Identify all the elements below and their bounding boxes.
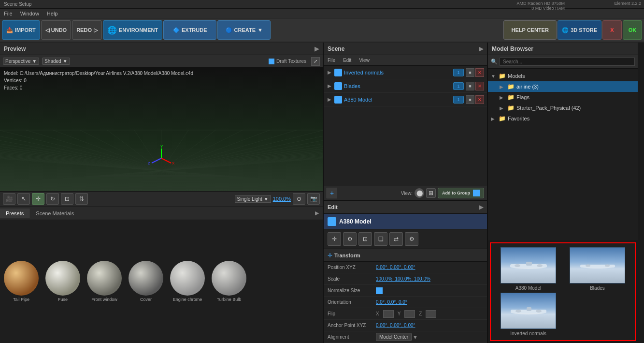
normalize-checkbox[interactable]	[376, 287, 383, 294]
flip-y-button[interactable]	[404, 310, 415, 318]
scene-item-inverted-normals[interactable]: ▶ Inverted normals 1 ■ ✕	[324, 66, 487, 79]
scene-expand-icon[interactable]: ▶	[479, 45, 483, 52]
snapshot-button[interactable]: 📷	[307, 193, 320, 205]
shaded-select[interactable]: Shaded ▼	[42, 58, 70, 65]
scene-menu-view[interactable]: View	[359, 58, 370, 63]
scene-menu-edit[interactable]: Edit	[343, 58, 351, 63]
mirror-edit-icon[interactable]: ⇄	[389, 232, 403, 246]
scale-edit-icon[interactable]: ⊡	[358, 232, 372, 246]
tree-item-models[interactable]: ▼ 📁 Models	[488, 71, 638, 81]
select-button[interactable]: ↖	[17, 193, 30, 205]
3d-store-button[interactable]: 🌐 3D STORE	[558, 20, 601, 40]
light-mode-select[interactable]: Single Light ▼	[235, 195, 271, 203]
material-front-window[interactable]: Front window	[87, 261, 122, 302]
perspective-select[interactable]: Perspective ▼	[3, 58, 39, 65]
settings-edit-icon[interactable]: ⚙	[405, 232, 418, 246]
alignment-select[interactable]: Model Center	[376, 333, 412, 341]
transform-label: Transform	[334, 253, 360, 258]
tree-item-flags[interactable]: ▶ 📁 Flags	[488, 92, 638, 103]
visibility-a380[interactable]: ■	[466, 95, 474, 104]
ok-button[interactable]: OK	[623, 20, 642, 40]
materials-expand-icon[interactable]: ▶	[315, 210, 319, 216]
tree-item-airline[interactable]: ▶ 📁 airline (3)	[488, 81, 638, 92]
material-cover[interactable]: Cover	[129, 261, 163, 302]
anchor-value[interactable]: 0.00°, 0.00°, 0.00°	[376, 323, 415, 328]
zoom-level[interactable]: 100.0%	[273, 196, 291, 202]
expand-blades[interactable]: ▶	[327, 83, 332, 89]
material-turbine-bulb[interactable]: Turbine Bulb	[212, 261, 246, 302]
move-button[interactable]: ✛	[32, 193, 44, 205]
move-edit-icon[interactable]: ✛	[328, 232, 341, 246]
flags-folder-icon: 📁	[507, 94, 515, 101]
shaded-dropdown-icon: ▼	[63, 59, 68, 64]
flip-z-button[interactable]	[426, 310, 436, 318]
alignment-label: Alignment	[328, 334, 376, 340]
rotate-button[interactable]: ↻	[46, 193, 59, 205]
viewport-expand-icon[interactable]: ⤢	[311, 57, 320, 66]
material-tail-pipe[interactable]: Tail Pipe	[4, 261, 39, 302]
menu-help[interactable]: Help	[47, 11, 58, 16]
scene-menu: File Edit View	[324, 55, 487, 66]
transform-button[interactable]: ⇅	[75, 193, 88, 205]
delete-inverted-normals[interactable]: ✕	[475, 68, 484, 77]
viewport-3d[interactable]: Model: C:/Users/Администратор/Desktop/Yo…	[0, 68, 323, 191]
viewport-toolbar: Perspective ▼ Shaded ▼ Draft Textures ⤢	[0, 55, 323, 68]
add-to-group-button[interactable]: Add to Group	[438, 188, 484, 198]
close-button[interactable]: X	[602, 20, 622, 40]
delete-a380[interactable]: ✕	[475, 95, 484, 104]
menu-file[interactable]: File	[4, 11, 13, 16]
tree-item-starter-pack[interactable]: ▶ 📁 Starter_Pack_Physical (42)	[488, 103, 638, 113]
visibility-inverted-normals[interactable]: ■	[466, 68, 474, 77]
svg-point-14	[586, 264, 590, 267]
extrude-button[interactable]: 🔷 EXTRUDE	[163, 20, 216, 40]
undo-button[interactable]: ◁ UNDO	[41, 20, 71, 40]
duplicate-edit-icon[interactable]: ❏	[374, 232, 387, 246]
flip-x-button[interactable]	[383, 310, 394, 318]
redo-button[interactable]: REDO ▷	[72, 20, 102, 40]
edit-expand-icon[interactable]: ▶	[479, 204, 483, 210]
expand-inverted-normals[interactable]: ▶	[327, 70, 332, 75]
fit-view-button[interactable]: ⊙	[293, 193, 305, 205]
menu-window[interactable]: Window	[20, 11, 39, 16]
title-bar: Scene Setup AMD Radeon HD 8750M 0 MB Vid…	[0, 0, 644, 9]
thumb-blades[interactable]: Blades	[564, 247, 631, 291]
blades-svg	[576, 256, 619, 275]
orientation-value[interactable]: 0.0°, 0.0°, 0.0°	[376, 299, 407, 305]
scene-menu-file[interactable]: File	[328, 58, 335, 63]
scene-item-a380[interactable]: ▶ A380 Model 1 ■ ✕	[324, 93, 487, 106]
scale-value[interactable]: 100.0%, 100.0%, 100.0%	[376, 276, 430, 282]
material-engine-chrome[interactable]: Engine chrome	[170, 261, 205, 302]
thumb-inverted-normals[interactable]: Inverted normals	[495, 293, 562, 336]
draft-textures-toggle[interactable]: Draft Textures	[269, 59, 306, 64]
scene-item-blades[interactable]: ▶ Blades 1 ■ ✕	[324, 79, 487, 93]
engine-chrome-sphere	[170, 261, 205, 296]
add-scene-item-button[interactable]: +	[327, 188, 337, 198]
tab-presets[interactable]: Presets	[0, 209, 30, 218]
gpu-name: AMD Radeon HD 8750M	[516, 1, 565, 6]
environment-button[interactable]: 🌐 ENVIRONMENT	[103, 20, 162, 40]
visibility-blades[interactable]: ■	[466, 82, 474, 90]
camera-button[interactable]: 🎥	[3, 193, 15, 205]
create-button[interactable]: 🔵 CREATE ▼	[217, 20, 271, 40]
expand-a380[interactable]: ▶	[327, 97, 332, 103]
flip-y-label: Y	[398, 311, 401, 316]
rotate-edit-icon[interactable]: ⚙	[343, 232, 357, 246]
scale-button[interactable]: ⊡	[61, 193, 73, 205]
scene-name-a380: A380 Model	[344, 97, 451, 103]
import-button[interactable]: 📥 IMPORT	[2, 20, 40, 40]
view-grid-icon[interactable]: ⊞	[426, 188, 436, 198]
position-value[interactable]: 0.00°, 0.00°, 0.00°	[376, 265, 415, 270]
gpu-info: AMD Radeon HD 8750M 0 MB Video RAM	[515, 0, 567, 12]
help-center-button[interactable]: HELP CENTER	[503, 20, 557, 40]
airline-label: airline (3)	[516, 84, 539, 89]
delete-blades[interactable]: ✕	[475, 82, 484, 90]
tree-item-favorites[interactable]: ▶ 📁 Favorites	[488, 113, 638, 124]
svg-text:Z: Z	[148, 161, 150, 165]
thumb-a380[interactable]: A380 Model	[495, 247, 562, 291]
tab-scene-materials[interactable]: Scene Materials	[30, 209, 80, 218]
preview-expand-icon[interactable]: ▶	[315, 45, 319, 52]
material-fuse[interactable]: Fuse	[45, 261, 80, 302]
search-input[interactable]	[500, 58, 635, 66]
view-sphere-icon[interactable]: ⬤	[415, 188, 424, 198]
draft-textures-checkbox[interactable]	[269, 59, 274, 64]
